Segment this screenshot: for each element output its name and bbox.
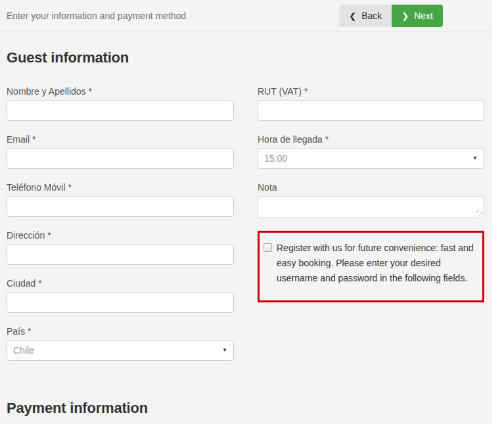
city-label: Ciudad * bbox=[7, 277, 234, 289]
register-highlight-box: Register with us for future convenience:… bbox=[258, 231, 484, 302]
city-input[interactable] bbox=[7, 292, 234, 313]
note-textarea[interactable] bbox=[258, 196, 484, 218]
phone-input[interactable] bbox=[7, 196, 234, 217]
phone-label: Teléfono Móvil * bbox=[7, 181, 234, 193]
email-label: Email * bbox=[7, 133, 234, 145]
register-checkbox-label: Register with us for future convenience:… bbox=[277, 241, 476, 286]
country-field-group: País * Chile ▼ bbox=[7, 325, 234, 361]
payment-information-heading: Payment information bbox=[7, 400, 484, 417]
address-input[interactable] bbox=[7, 244, 234, 265]
name-label: Nombre y Apellidos * bbox=[7, 85, 234, 97]
next-button[interactable]: ❯ Next bbox=[392, 5, 443, 27]
page-title: Enter your information and payment metho… bbox=[7, 11, 186, 21]
name-field-group: Nombre y Apellidos * bbox=[7, 85, 234, 121]
arrival-time-label: Hora de llegada * bbox=[258, 133, 484, 145]
email-field-group: Email * bbox=[7, 133, 234, 169]
register-checkbox[interactable] bbox=[263, 243, 272, 252]
chevron-down-icon: ▼ bbox=[472, 149, 478, 168]
address-label: Dirección * bbox=[7, 229, 234, 241]
guest-form-right-column: RUT (VAT) * Hora de llegada * 15:00 ▼ No… bbox=[258, 85, 484, 373]
chevron-right-icon: ❯ bbox=[401, 12, 409, 20]
country-select[interactable]: Chile ▼ bbox=[7, 340, 234, 361]
booking-form-page: Enter your information and payment metho… bbox=[0, 0, 492, 424]
country-select-value: Chile bbox=[13, 345, 34, 356]
rut-field-group: RUT (VAT) * bbox=[258, 85, 484, 121]
arrival-time-select-value: 15:00 bbox=[264, 153, 287, 164]
note-textarea-wrap bbox=[258, 196, 484, 218]
note-field-group: Nota bbox=[258, 181, 484, 218]
back-button-label: Back bbox=[361, 11, 382, 21]
note-label: Nota bbox=[258, 181, 484, 193]
chevron-down-icon: ▼ bbox=[222, 341, 227, 360]
next-button-label: Next bbox=[414, 11, 433, 21]
form-content: Guest information Nombre y Apellidos * E… bbox=[0, 49, 492, 424]
wizard-nav-buttons: ❮ Back ❯ Next bbox=[339, 5, 443, 27]
address-field-group: Dirección * bbox=[7, 229, 234, 265]
name-input[interactable] bbox=[7, 100, 234, 121]
country-label: País * bbox=[7, 325, 234, 337]
arrival-time-field-group: Hora de llegada * 15:00 ▼ bbox=[258, 133, 484, 169]
phone-field-group: Teléfono Móvil * bbox=[7, 181, 234, 217]
email-input[interactable] bbox=[7, 148, 234, 169]
chevron-left-icon: ❮ bbox=[349, 12, 356, 20]
arrival-time-select[interactable]: 15:00 ▼ bbox=[258, 148, 484, 169]
rut-input[interactable] bbox=[258, 100, 484, 121]
rut-label: RUT (VAT) * bbox=[258, 85, 484, 97]
city-field-group: Ciudad * bbox=[7, 277, 234, 313]
guest-information-heading: Guest information bbox=[7, 49, 484, 66]
guest-form-columns: Nombre y Apellidos * Email * Teléfono Mó… bbox=[7, 85, 484, 373]
wizard-header: Enter your information and payment metho… bbox=[0, 0, 492, 32]
back-button[interactable]: ❮ Back bbox=[339, 5, 392, 27]
guest-form-left-column: Nombre y Apellidos * Email * Teléfono Mó… bbox=[7, 85, 234, 373]
